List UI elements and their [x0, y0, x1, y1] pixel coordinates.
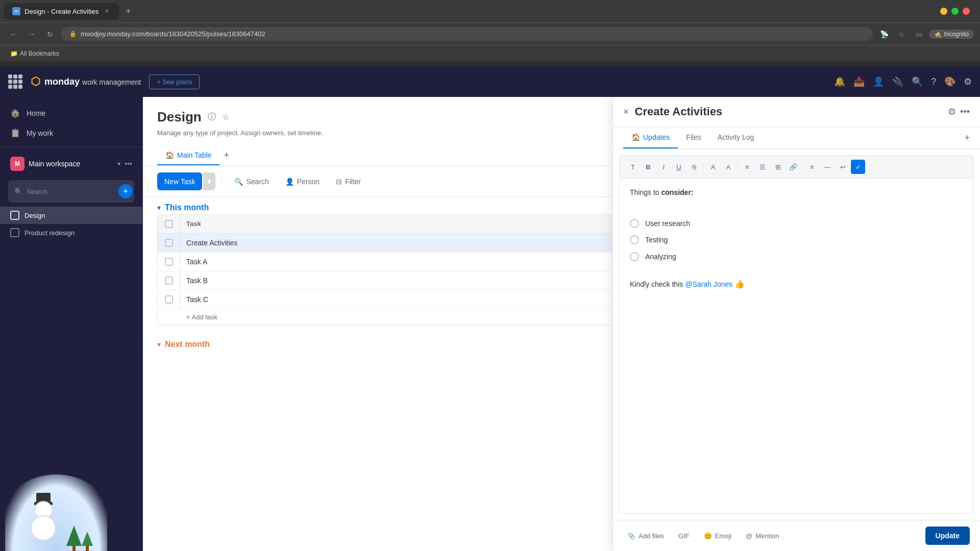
- checklist-label-analyzing: Analyzing: [645, 251, 676, 262]
- people-icon[interactable]: 👤: [873, 76, 884, 87]
- cast-icon[interactable]: 📡: [877, 27, 891, 41]
- all-bookmarks[interactable]: 📁 All Bookmarks: [6, 48, 63, 59]
- sidebar-item-product-redesign[interactable]: Product redesign: [0, 224, 142, 241]
- tool-text-format[interactable]: T: [626, 160, 640, 174]
- integrations-icon[interactable]: 🔌: [892, 76, 903, 87]
- mention-user[interactable]: @Sarah Jones: [685, 280, 732, 288]
- workspace-more-icon[interactable]: •••: [125, 160, 132, 168]
- activity-log-label: Activity Log: [718, 133, 754, 141]
- apps-grid-icon[interactable]: [8, 74, 22, 89]
- row-check[interactable]: [165, 239, 173, 247]
- search-button[interactable]: 🔍 Search: [228, 174, 275, 189]
- forward-button[interactable]: →: [24, 27, 39, 41]
- tool-undo[interactable]: ↩: [836, 160, 850, 174]
- address-bar[interactable]: 🔒 moodjoy.monday.com/boards/1830420525/p…: [61, 27, 873, 41]
- board-label-product-redesign: Product redesign: [24, 229, 75, 237]
- editor-content[interactable]: Things to consider: User research Testin…: [619, 179, 974, 514]
- help-icon[interactable]: ?: [931, 77, 936, 87]
- checklist-item-user-research[interactable]: User research: [630, 217, 963, 230]
- main-table-icon: 🏠: [165, 151, 174, 159]
- panel-close-button[interactable]: ×: [623, 107, 629, 117]
- mention-button[interactable]: @ Mention: [742, 529, 783, 543]
- group-chevron-icon[interactable]: ▾: [157, 204, 161, 212]
- bookmark-star-icon[interactable]: ☆: [894, 27, 909, 41]
- active-tab[interactable]: m Design - Create Activities ×: [4, 3, 119, 19]
- row-checkbox-create-activities[interactable]: [158, 234, 180, 252]
- checklist-item-analyzing[interactable]: Analyzing: [630, 250, 963, 263]
- new-tab-button[interactable]: +: [121, 4, 135, 18]
- maximize-button[interactable]: □: [951, 8, 959, 15]
- sidebar-add-button[interactable]: +: [118, 184, 133, 198]
- sidebar-item-my-work[interactable]: 📋 My work: [0, 123, 142, 143]
- tab-updates[interactable]: 🏠 Updates: [623, 127, 678, 148]
- group-next-chevron-icon[interactable]: ▾: [157, 340, 161, 348]
- row-checkbox-task-a[interactable]: [158, 253, 180, 271]
- row-checkbox-task-b[interactable]: [158, 271, 180, 290]
- tool-align-left[interactable]: ≡: [740, 160, 754, 174]
- reload-button[interactable]: ↻: [43, 27, 57, 41]
- board-star-icon[interactable]: ☆: [222, 112, 229, 122]
- checklist-radio-analyzing[interactable]: [630, 252, 639, 261]
- inbox-icon[interactable]: 📥: [853, 76, 865, 87]
- mention-emoji: 👍: [734, 280, 745, 288]
- content-area: Design ⓘ ☆ Manage any type of project. A…: [143, 97, 980, 551]
- tool-unordered-list[interactable]: ☰: [755, 160, 770, 174]
- tool-link[interactable]: 🔗: [786, 160, 800, 174]
- emoji-label: Emoji: [715, 532, 732, 540]
- new-task-dropdown[interactable]: ▾: [203, 172, 215, 190]
- panel-more-icon[interactable]: •••: [960, 107, 970, 117]
- sidebar-search-input[interactable]: [27, 188, 112, 195]
- checklist-item-testing[interactable]: Testing: [630, 233, 963, 246]
- close-window-button[interactable]: ×: [963, 8, 970, 15]
- close-tab-button[interactable]: ×: [103, 7, 111, 15]
- monday-logo-icon: ⬡: [31, 75, 40, 88]
- tab-activity-log[interactable]: Activity Log: [709, 127, 763, 148]
- new-task-button[interactable]: New Task: [157, 172, 202, 190]
- row-check[interactable]: [165, 277, 173, 285]
- update-button[interactable]: Update: [925, 527, 970, 545]
- group-title-next-month: Next month: [165, 340, 210, 349]
- tool-divider[interactable]: —: [820, 160, 835, 174]
- settings-icon[interactable]: ⚙: [964, 76, 972, 87]
- gif-button[interactable]: GIF: [674, 529, 694, 543]
- home-icon: 🏠: [10, 108, 20, 118]
- checklist-radio-testing[interactable]: [630, 235, 639, 244]
- tool-italic[interactable]: I: [656, 160, 671, 174]
- sidebar-item-design[interactable]: Design: [0, 207, 142, 224]
- select-all-checkbox[interactable]: [165, 220, 173, 228]
- theme-icon[interactable]: 🎨: [944, 76, 955, 87]
- tool-strikethrough[interactable]: S: [687, 160, 701, 174]
- tab-files[interactable]: Files: [678, 127, 709, 148]
- tab-main-table[interactable]: 🏠 Main Table: [157, 146, 219, 165]
- tool-bold[interactable]: B: [641, 160, 655, 174]
- add-files-button[interactable]: 📎 Add files: [623, 529, 668, 543]
- person-button[interactable]: 👤 Person: [279, 174, 326, 189]
- search-icon[interactable]: 🔍: [912, 76, 923, 87]
- tool-checklist[interactable]: ⊞: [771, 160, 785, 174]
- add-panel-tab-button[interactable]: +: [964, 133, 970, 143]
- filter-button[interactable]: ⊟ Filter: [330, 174, 367, 189]
- tool-align[interactable]: ≡: [805, 160, 819, 174]
- row-checkbox-task-c[interactable]: [158, 290, 180, 309]
- workspace-header[interactable]: M Main workspace ▾ •••: [0, 152, 142, 176]
- board-info-icon[interactable]: ⓘ: [208, 112, 216, 122]
- see-plans-button[interactable]: + See plans: [149, 74, 200, 89]
- row-check[interactable]: [165, 258, 173, 266]
- minimize-button[interactable]: —: [940, 8, 947, 15]
- tool-font-size[interactable]: A: [721, 160, 736, 174]
- tool-underline[interactable]: U: [672, 160, 686, 174]
- sidebar-icon[interactable]: ▭: [912, 27, 926, 41]
- checklist-radio-user-research[interactable]: [630, 219, 639, 228]
- panel-overlay: × Create Activities ⚙ ••• 🏠 Updates: [612, 97, 980, 551]
- panel-settings-icon[interactable]: ⚙: [948, 106, 956, 117]
- sidebar-search-box[interactable]: 🔍 +: [8, 180, 134, 203]
- notifications-icon[interactable]: 🔔: [834, 76, 845, 87]
- emoji-button[interactable]: 😊 Emoji: [700, 529, 736, 543]
- row-check[interactable]: [165, 295, 173, 304]
- sidebar-item-home[interactable]: 🏠 Home: [0, 103, 142, 123]
- tool-confirm[interactable]: ✓: [851, 160, 865, 174]
- header-checkbox[interactable]: [158, 215, 180, 233]
- tool-text-color[interactable]: A: [706, 160, 720, 174]
- add-tab-button[interactable]: +: [219, 145, 233, 166]
- back-button[interactable]: ←: [6, 27, 20, 41]
